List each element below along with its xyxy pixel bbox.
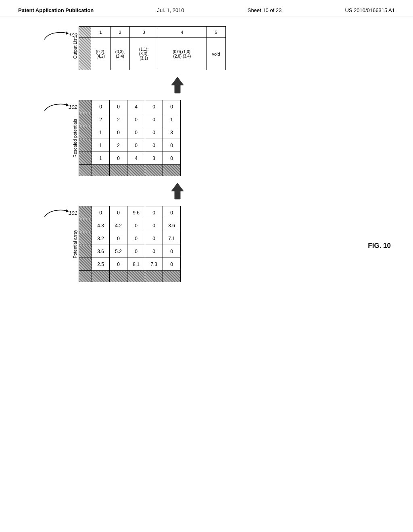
rescaled-vlabel: Rescaled potentials <box>73 100 77 176</box>
potential-table: 0 0 9.6 0 0 4.3 4.2 0 0 3.6 <box>79 206 181 282</box>
output-list-vlabel: Output List <box>73 26 77 70</box>
rescaled-block: 102 Rescaled potentials 0 0 4 0 0 <box>73 100 282 176</box>
pub-label: Patent Application Publication <box>18 7 94 13</box>
ref103-arrow-svg <box>42 28 71 42</box>
output-list-container: Output List 1 2 3 4 5 (0,2); <box>73 26 282 70</box>
ref101-marker: 101 <box>42 206 77 220</box>
rescaled-table: 0 0 4 0 0 2 2 0 0 1 <box>79 100 181 176</box>
output-list-table: 1 2 3 4 5 (0,2);(4,2) (0,3);(2,4) (1,1);… <box>79 26 226 70</box>
svg-marker-2 <box>66 103 69 106</box>
ref102-arrow-svg <box>42 100 71 114</box>
arrow1 <box>73 75 282 95</box>
date: Jul. 1, 2010 <box>157 7 184 13</box>
up-arrow-1 <box>167 75 188 95</box>
sheet-info: Sheet 10 of 23 <box>248 7 282 13</box>
svg-marker-0 <box>66 31 69 35</box>
us-patent: US 2010/0166315 A1 <box>345 7 395 13</box>
svg-marker-1 <box>171 77 184 93</box>
full-page: Patent Application Publication Jul. 1, 2… <box>0 0 413 532</box>
arrow2 <box>73 181 282 201</box>
svg-marker-4 <box>66 209 69 212</box>
header-bar: Patent Application Publication Jul. 1, 2… <box>0 0 413 17</box>
ref103-marker: 103 <box>42 28 77 42</box>
ref101-arrow-svg <box>42 206 71 220</box>
potential-container: Potential array 0 0 9.6 0 0 4.3 4.2 <box>73 206 282 282</box>
fig10-label: FIG. 10 <box>368 242 391 250</box>
potential-array-block: 101 Potential array 0 0 9.6 0 0 <box>73 206 282 282</box>
rescaled-container: Rescaled potentials 0 0 4 0 0 2 2 <box>73 100 282 176</box>
output-list-block: 103 Output List 1 2 3 4 5 <box>73 26 282 70</box>
potential-vlabel: Potential array <box>73 206 77 282</box>
up-arrow-2 <box>167 181 188 201</box>
ref102-marker: 102 <box>42 100 77 114</box>
svg-marker-3 <box>171 183 184 199</box>
